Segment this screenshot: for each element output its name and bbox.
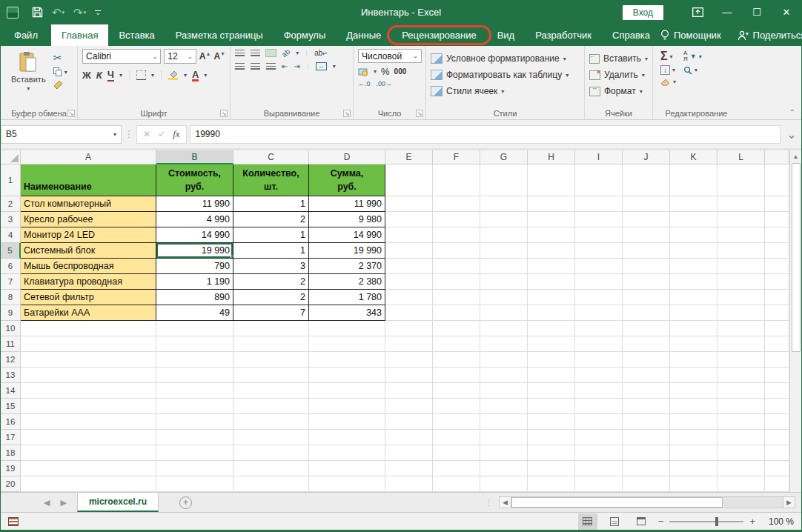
cell-L14[interactable] [718, 383, 765, 399]
scroll-up-arrow[interactable]: ▲ [790, 150, 801, 163]
increase-indent-button[interactable]: ⇥ [294, 62, 299, 70]
cell-E18[interactable] [385, 445, 433, 461]
cell-G11[interactable] [480, 336, 528, 352]
cell-C18[interactable] [233, 445, 309, 461]
cell-I9[interactable] [575, 305, 623, 321]
macro-record-button[interactable] [8, 517, 19, 526]
cell-D13[interactable] [309, 368, 385, 383]
cell-J3[interactable] [623, 212, 670, 227]
row-header-10[interactable]: 10 [1, 321, 21, 336]
sign-in-button[interactable]: Вход [623, 5, 663, 20]
cell-G1[interactable] [480, 164, 528, 196]
format-as-table-button[interactable]: Форматировать как таблицу▾ [431, 67, 580, 83]
row-header-2[interactable]: 2 [1, 196, 21, 212]
row-header-20[interactable]: 20 [1, 476, 21, 492]
cell-K18[interactable] [670, 445, 718, 461]
alignment-dialog-launcher[interactable]: ↘ [343, 110, 351, 117]
cell-L7[interactable] [718, 274, 765, 290]
cell-D5[interactable]: 19 990 [309, 243, 385, 259]
cell-H6[interactable] [528, 259, 575, 274]
cell-G12[interactable] [480, 352, 528, 368]
column-header-J[interactable]: J [623, 150, 670, 164]
cell-J17[interactable] [623, 430, 670, 445]
zoom-slider[interactable] [669, 521, 743, 522]
cell-F1[interactable] [433, 164, 480, 196]
cell-L4[interactable] [718, 227, 765, 243]
cell-L10[interactable] [718, 321, 765, 336]
row-header-13[interactable]: 13 [1, 368, 21, 383]
increase-font-button[interactable]: A▲ [199, 51, 211, 61]
cell-H20[interactable] [528, 476, 575, 492]
cell-H8[interactable] [528, 290, 575, 305]
cut-button[interactable]: ✂ [53, 52, 67, 64]
cell-C19[interactable] [233, 461, 309, 476]
cell-H3[interactable] [528, 212, 575, 227]
cell-I1[interactable] [575, 164, 623, 196]
cell-B7[interactable]: 1 190 [156, 274, 233, 290]
cell-H15[interactable] [528, 399, 575, 414]
cell-A20[interactable] [21, 476, 156, 492]
cell-J4[interactable] [623, 227, 670, 243]
cell-K9[interactable] [670, 305, 718, 321]
cell-B6[interactable]: 790 [156, 259, 233, 274]
number-format-combo[interactable]: Числовой⌄ [358, 49, 422, 63]
cell-G2[interactable] [480, 196, 528, 212]
cell-I8[interactable] [575, 290, 623, 305]
cell-G16[interactable] [480, 414, 528, 430]
horizontal-scrollbar[interactable]: ◀ ▶ [499, 496, 795, 508]
cell-D19[interactable] [309, 461, 385, 476]
next-sheet-arrow[interactable]: ▶ [60, 498, 66, 508]
cell-B4[interactable]: 14 990 [156, 227, 233, 243]
insert-function-button[interactable]: fx [173, 128, 179, 140]
cell-C6[interactable]: 3 [233, 259, 309, 274]
cell-F14[interactable] [433, 383, 480, 399]
cell-E5[interactable] [385, 243, 433, 259]
cell-D3[interactable]: 9 980 [309, 212, 385, 227]
cell-A13[interactable] [21, 368, 156, 383]
cell-K2[interactable] [670, 196, 718, 212]
cell-D10[interactable] [309, 321, 385, 336]
cell-I12[interactable] [575, 352, 623, 368]
column-header-L[interactable]: L [718, 150, 765, 164]
cell-K19[interactable] [670, 461, 718, 476]
tab-справка[interactable]: Справка [602, 24, 660, 46]
cell-I6[interactable] [575, 259, 623, 274]
delete-cells-button[interactable]: Удалить▾ [589, 67, 648, 83]
cell-E20[interactable] [385, 476, 433, 492]
cell-D18[interactable] [309, 445, 385, 461]
cell-D17[interactable] [309, 430, 385, 445]
italic-button[interactable]: К [96, 70, 102, 81]
cell-K16[interactable] [670, 414, 718, 430]
new-sheet-button[interactable]: + [179, 496, 192, 509]
cell-G8[interactable] [480, 290, 528, 305]
cell-A10[interactable] [21, 321, 156, 336]
cell-E9[interactable] [385, 305, 433, 321]
orientation-dropdown[interactable]: ▾ [296, 50, 299, 56]
cell-A9[interactable]: Батарейки AAA [21, 305, 156, 321]
cell-G3[interactable] [480, 212, 528, 227]
cell-J15[interactable] [623, 399, 670, 414]
align-top-icon[interactable] [235, 50, 245, 56]
cell-I5[interactable] [575, 243, 623, 259]
cell-E12[interactable] [385, 352, 433, 368]
cell-K4[interactable] [670, 227, 718, 243]
cell-K10[interactable] [670, 321, 718, 336]
column-header-G[interactable]: G [480, 150, 528, 164]
undo-button[interactable]: ↶▾ [49, 4, 67, 21]
cell-I3[interactable] [575, 212, 623, 227]
minimize-button[interactable]: — [712, 0, 742, 24]
cell-partial-2[interactable] [765, 196, 789, 212]
cell-partial-5[interactable] [765, 243, 789, 259]
cell-L11[interactable] [718, 336, 765, 352]
cell-H2[interactable] [528, 196, 575, 212]
row-header-9[interactable]: 9 [1, 305, 21, 321]
cell-E17[interactable] [385, 430, 433, 445]
cell-F12[interactable] [433, 352, 480, 368]
cell-A5[interactable]: Системный блок [21, 243, 156, 259]
zoom-level[interactable]: 100 % [763, 516, 794, 527]
column-header-A[interactable]: A [21, 150, 156, 164]
cell-B11[interactable] [156, 336, 233, 352]
cell-D20[interactable] [309, 476, 385, 492]
cell-I18[interactable] [575, 445, 623, 461]
tab-рецензирование[interactable]: Рецензирование [391, 24, 486, 46]
